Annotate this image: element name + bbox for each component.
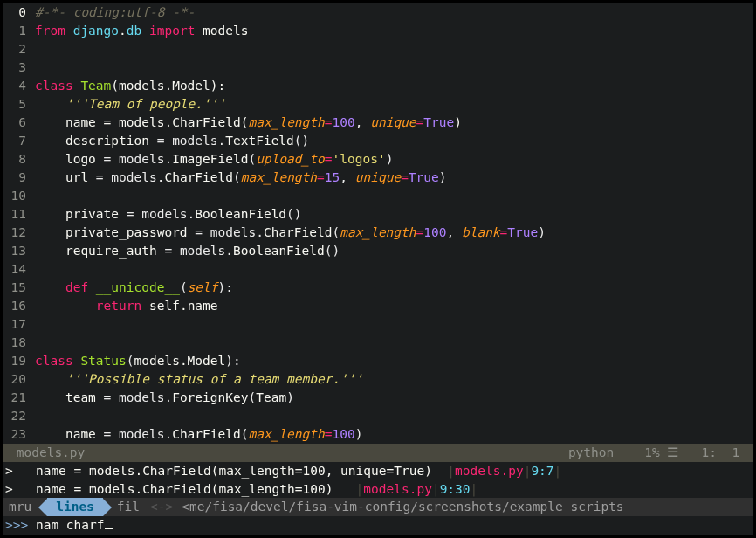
code-content[interactable]: #-*- coding:utf-8 -*- from django.db imp… <box>31 3 753 444</box>
code-line: name = models.CharField(max_length=100) <box>35 425 753 444</box>
code-line: def __unicode__(self): <box>35 279 753 297</box>
status-line: 1 <box>702 445 710 459</box>
ctrlp-mode-lines[interactable]: lines <box>47 498 103 516</box>
code-line: name = models.CharField(max_length=100, … <box>35 114 753 132</box>
ctrlp-status-line: mru lines fil <-> <me/fisa/devel/fisa-vi… <box>3 498 753 516</box>
result-row[interactable]: > name = models.CharField(max_length=100… <box>3 462 753 480</box>
ctrlp-prompt[interactable]: >>> nam charf <box>3 516 753 535</box>
code-line: class Status(models.Model): <box>35 352 753 370</box>
code-area[interactable]: 0 1 2 3 4 5 6 7 8 9 10 11 12 13 14 15 16… <box>3 3 753 444</box>
status-filename: models.py <box>17 445 86 459</box>
code-line: require_auth = models.BooleanField() <box>35 242 753 260</box>
code-line: #-*- coding:utf-8 -*- <box>35 3 753 22</box>
ctrlp-mode-fil[interactable]: fil <box>112 498 147 516</box>
buffer-status-bar: models.py python 1% ☰ 1: 1 <box>3 444 753 462</box>
editor-window: 0 1 2 3 4 5 6 7 8 9 10 11 12 13 14 15 16… <box>3 3 753 535</box>
status-filetype: python <box>568 445 614 459</box>
cursor-icon <box>105 516 113 529</box>
code-line: '''Team of people.''' <box>35 95 753 114</box>
code-line: logo = models.ImageField(upload_to='logo… <box>35 150 753 169</box>
ctrlp-cwd-path: <me/fisa/devel/fisa-vim-config/screensho… <box>176 498 753 516</box>
line-number-gutter: 0 1 2 3 4 5 6 7 8 9 10 11 12 13 14 15 16… <box>3 3 31 444</box>
separator-icon: <-> <box>147 498 176 516</box>
ctrlp-mode-mru[interactable]: mru <box>3 498 38 516</box>
code-line: return self.name <box>35 297 753 315</box>
prompt-input-text[interactable]: nam charf <box>28 518 104 532</box>
code-line: private_password = models.CharField(max_… <box>35 224 753 242</box>
separator-left-icon <box>38 499 47 516</box>
list-icon: ☰ <box>667 445 678 459</box>
result-row[interactable]: > name = models.CharField(max_length=100… <box>3 480 753 499</box>
prompt-marker: >>> <box>5 518 28 532</box>
code-line: '''Possible status of a team member.''' <box>35 370 753 389</box>
code-line: from django.db import models <box>35 22 753 40</box>
code-line: class Team(models.Model): <box>35 77 753 95</box>
code-line: private = models.BooleanField() <box>35 205 753 224</box>
separator-right-icon <box>103 499 112 516</box>
code-line: url = models.CharField(max_length=15, un… <box>35 169 753 187</box>
status-col: 1 <box>732 445 740 459</box>
code-line: team = models.ForeignKey(Team) <box>35 389 753 407</box>
status-percent: 1% <box>644 445 659 459</box>
code-line: description = models.TextField() <box>35 132 753 150</box>
